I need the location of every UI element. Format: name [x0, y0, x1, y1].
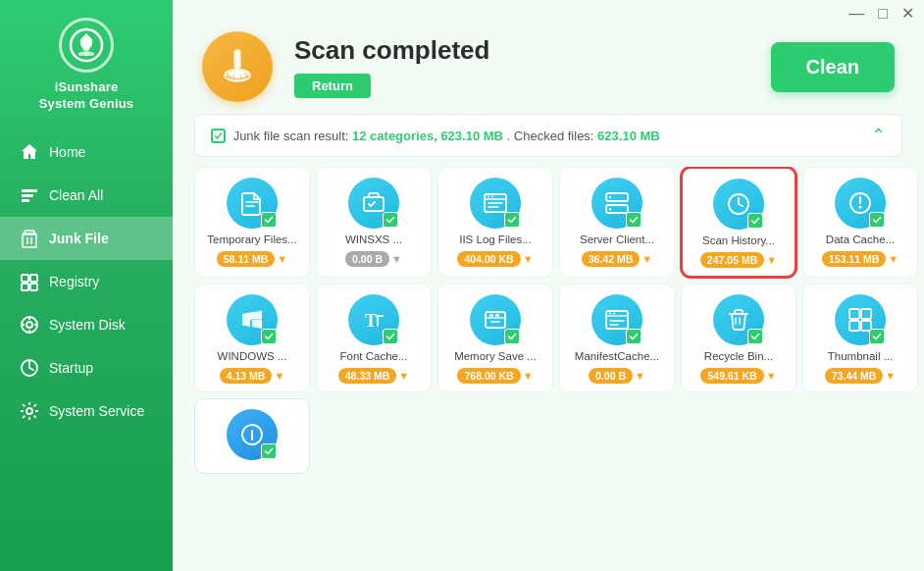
item-size: 549.61 KB — [700, 368, 763, 384]
item-icon-recycle-bin — [713, 294, 764, 345]
check-badge — [626, 212, 642, 228]
restore-button[interactable]: □ — [878, 6, 888, 22]
svg-point-13 — [26, 408, 32, 414]
item-size-wrap: 153.11 MB ▼ — [822, 251, 898, 267]
svg-rect-5 — [22, 199, 29, 202]
list-item[interactable]: WINDOWS ... 4.13 MB ▼ — [194, 284, 310, 392]
sidebar-item-junk-file[interactable]: Junk File — [0, 217, 173, 260]
check-badge — [261, 443, 277, 459]
item-size-wrap: 247.05 MB ▼ — [700, 252, 777, 268]
list-item[interactable]: Memory Save ... 768.00 KB ▼ — [437, 284, 553, 392]
sidebar-item-home[interactable]: Home — [0, 130, 173, 174]
item-size-wrap: 0.00 B ▼ — [589, 368, 645, 384]
sidebar-item-registry[interactable]: Registry — [0, 260, 173, 303]
return-button[interactable]: Return — [294, 74, 371, 98]
svg-point-25 — [609, 208, 611, 210]
list-item[interactable]: IIS Log Files... 404.00 KB ▼ — [437, 167, 553, 278]
size-dropdown[interactable]: ▼ — [888, 253, 898, 265]
size-dropdown[interactable]: ▼ — [523, 370, 534, 382]
item-label: Recycle Bin... — [704, 350, 773, 364]
item-icon-scan-history — [713, 179, 764, 230]
size-dropdown[interactable]: ▼ — [274, 370, 284, 382]
size-dropdown[interactable]: ▼ — [277, 253, 287, 265]
item-icon-windows — [227, 294, 278, 345]
item-size-wrap: 36.42 MB ▼ — [582, 251, 652, 267]
sidebar-item-system-service[interactable]: System Service — [0, 389, 173, 433]
check-badge — [383, 329, 398, 344]
main-content: ― □ ✕ Scan completed Return Clean — [173, 0, 924, 571]
sidebar-item-system-disk[interactable]: System Disk — [0, 303, 173, 346]
item-label: Temporary Files... — [207, 234, 296, 247]
svg-text:T: T — [365, 311, 377, 331]
size-dropdown[interactable]: ▼ — [885, 370, 896, 382]
check-badge — [747, 213, 763, 229]
svg-point-35 — [613, 312, 615, 314]
svg-point-28 — [859, 206, 862, 209]
sidebar-item-clean-all[interactable]: Clean All — [0, 174, 173, 217]
list-item[interactable]: WINSXS ... 0.00 B ▼ — [316, 167, 432, 278]
list-item[interactable]: Temporary Files... 58.11 MB ▼ — [194, 167, 310, 278]
svg-point-1 — [83, 35, 89, 41]
list-item[interactable] — [194, 398, 310, 474]
list-item[interactable]: Data Cache... 153.11 MB ▼ — [802, 167, 918, 278]
size-dropdown[interactable]: ▼ — [398, 370, 409, 382]
svg-point-20 — [488, 196, 489, 198]
summary-text: Junk file scan result: 12 categories, 62… — [211, 129, 660, 143]
item-size: 4.13 MB — [220, 368, 273, 384]
item-size: 247.05 MB — [700, 252, 764, 268]
grid-row-1: Temporary Files... 58.11 MB ▼ WINSXS ...… — [194, 167, 902, 278]
check-badge — [747, 329, 763, 344]
close-button[interactable]: ✕ — [901, 6, 914, 22]
check-badge — [869, 212, 885, 228]
list-item[interactable]: Scan History... 247.05 MB ▼ — [681, 167, 796, 278]
item-size-wrap: 58.11 MB ▼ — [217, 251, 287, 267]
item-icon-temporary-files — [227, 178, 278, 229]
size-dropdown[interactable]: ▼ — [766, 370, 777, 382]
clean-button[interactable]: Clean — [771, 42, 895, 92]
item-label: IIS Log Files... — [459, 234, 532, 247]
list-item[interactable]: ManifestCache... 0.00 B ▼ — [559, 284, 675, 392]
sidebar-item-startup[interactable]: Startup — [0, 346, 173, 389]
summary-bar: Junk file scan result: 12 categories, 62… — [194, 114, 902, 157]
item-size-wrap: 4.13 MB ▼ — [220, 368, 285, 384]
svg-rect-4 — [22, 194, 33, 197]
svg-point-34 — [609, 312, 611, 314]
item-label: Memory Save ... — [454, 350, 537, 364]
item-size: 58.11 MB — [217, 251, 276, 267]
svg-point-11 — [26, 322, 32, 328]
item-size-wrap: 549.61 KB ▼ — [700, 368, 776, 384]
item-size-wrap: 0.00 B ▼ — [345, 251, 402, 267]
item-size: 768.00 KB — [457, 368, 520, 384]
size-dropdown[interactable]: ▼ — [523, 253, 534, 265]
collapse-button[interactable]: ⌃ — [871, 125, 886, 146]
item-size: 36.42 MB — [582, 251, 641, 267]
check-badge — [504, 212, 520, 228]
item-icon-info — [227, 409, 278, 460]
item-size: 73.44 MB — [825, 368, 884, 384]
item-label: WINSXS ... — [345, 234, 402, 247]
size-dropdown[interactable]: ▼ — [635, 370, 645, 382]
svg-rect-37 — [861, 309, 871, 319]
svg-rect-3 — [22, 189, 37, 192]
grid-row-3 — [194, 398, 902, 474]
sidebar-nav: Home Clean All Junk File Registry System… — [0, 130, 173, 433]
item-icon-font-cache: T — [348, 294, 399, 345]
svg-rect-2 — [78, 52, 94, 56]
list-item[interactable]: T Font Cache... 48.33 MB ▼ — [316, 284, 432, 392]
check-badge — [383, 212, 398, 228]
size-dropdown[interactable]: ▼ — [391, 253, 402, 265]
list-item[interactable]: Thumbnail ... 73.44 MB ▼ — [802, 284, 918, 392]
header-text: Scan completed Return — [294, 35, 749, 98]
item-size: 153.11 MB — [822, 251, 886, 267]
list-item[interactable]: Server Client... 36.42 MB ▼ — [559, 167, 675, 278]
size-dropdown[interactable]: ▼ — [642, 253, 652, 265]
minimize-button[interactable]: ― — [848, 6, 864, 22]
broom-icon — [202, 31, 273, 102]
size-dropdown[interactable]: ▼ — [766, 254, 777, 266]
item-size: 0.00 B — [345, 251, 389, 267]
check-badge — [261, 212, 277, 228]
svg-rect-32 — [495, 314, 499, 317]
list-item[interactable]: Recycle Bin... 549.61 KB ▼ — [681, 284, 796, 392]
item-size: 0.00 B — [589, 368, 633, 384]
check-badge — [504, 329, 520, 344]
